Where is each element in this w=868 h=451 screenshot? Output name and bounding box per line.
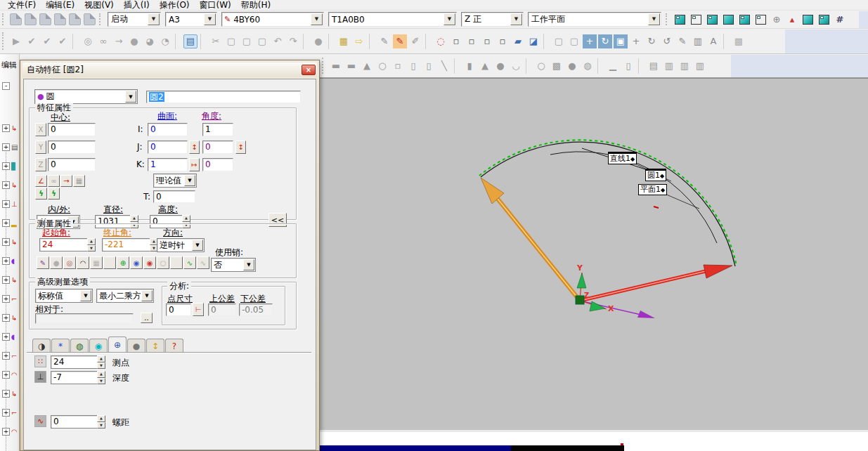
browse-button[interactable]: .. (141, 313, 153, 323)
toolbar-icon[interactable]: ▰ (511, 34, 525, 48)
feature-type-combo[interactable]: ● 圆 ▼ (34, 89, 138, 104)
chevron-down-icon[interactable]: ▼ (204, 13, 216, 25)
toolbar-icon[interactable]: ✔ (40, 34, 54, 48)
close-icon[interactable]: × (302, 65, 316, 75)
feature-name-input[interactable]: 圆2 (146, 91, 301, 103)
toolbar-icon[interactable]: ◔ (158, 34, 172, 48)
point-size-label[interactable]: 点尺寸 (167, 294, 193, 303)
expand-box-icon[interactable]: + (2, 200, 10, 208)
surface-j-input[interactable]: 0 (148, 140, 188, 154)
tree-item[interactable]: + ↳ (2, 388, 19, 398)
spin-up-icon[interactable]: ▲ (97, 371, 105, 378)
measure-tool-button[interactable]: ○ (157, 256, 169, 269)
vector-jump-button[interactable]: ↦ (189, 158, 200, 171)
toolbar-grip[interactable] (99, 13, 103, 26)
toolbar-icon[interactable]: ▫ (449, 34, 463, 48)
spin-down-icon[interactable]: ▼ (97, 362, 105, 370)
dialog-titlebar[interactable]: 自动特征 [圆2] × (22, 63, 317, 77)
tree-item[interactable]: + ⌐ (2, 294, 19, 303)
chevron-down-icon[interactable]: ▼ (125, 91, 136, 103)
toolbar-icon[interactable] (723, 34, 729, 49)
feature-shape-icon[interactable]: ▲ (360, 59, 374, 73)
feature-shape-icon[interactable]: ▲ (478, 59, 492, 73)
view-right-icon[interactable] (739, 15, 750, 25)
start-angle-label[interactable]: 起始角: (42, 228, 70, 237)
tree-item[interactable]: + ↳ (2, 123, 19, 133)
feature-shape-icon[interactable]: ▥ (693, 59, 707, 73)
print-icon[interactable] (84, 13, 96, 25)
toolbar-icon[interactable] (72, 34, 78, 49)
toolbar-icon[interactable]: ⇨ (352, 34, 366, 48)
feature-shape-icon[interactable]: ▫ (391, 59, 405, 73)
toolbar-icon[interactable]: ▢ (255, 34, 269, 48)
lower-tol-input[interactable]: -0.05 (239, 303, 273, 316)
chevron-down-icon[interactable]: ▼ (443, 13, 455, 25)
feature-tool-button[interactable]: ∠ (35, 175, 47, 187)
measure-tool-button[interactable] (103, 256, 116, 269)
num-hits-spinner[interactable]: 24 ▲▼ (51, 355, 105, 369)
measure-tool-button[interactable]: ⊕ (117, 256, 129, 269)
option-tab[interactable]: ↕ (146, 339, 164, 353)
option-tab[interactable]: ● (127, 339, 145, 353)
end-angle-label[interactable]: 终止角: (103, 228, 131, 237)
toolbar-icon[interactable]: ▣ (614, 34, 628, 48)
expand-box-icon[interactable]: + (2, 371, 10, 379)
toolbar-icon[interactable]: ↻ (644, 34, 659, 48)
direction-combo[interactable]: 逆时针 ▼ (157, 238, 205, 252)
surface-k-input[interactable]: 1 (148, 158, 188, 171)
tree-item[interactable]: + ◖ (2, 332, 19, 341)
point-size-input[interactable]: 0 (166, 303, 191, 316)
feature-shape-icon[interactable]: ▯ (621, 59, 635, 73)
spin-up-icon[interactable]: ▲ (97, 415, 105, 422)
option-tab[interactable]: ◉ (89, 339, 108, 353)
toolbar-grip[interactable] (2, 13, 6, 26)
expand-box-icon[interactable]: + (2, 409, 10, 417)
feature-shape-icon[interactable]: ● (565, 59, 579, 73)
feature-shape-icon[interactable]: ○ (534, 59, 548, 73)
feature-shape-icon[interactable]: ▬ (344, 59, 358, 73)
center-z-input[interactable]: 0 (48, 158, 96, 171)
toolbar-icon[interactable]: ✔ (25, 34, 39, 48)
toolbar-icon[interactable]: ↺ (660, 34, 674, 48)
expand-box-icon[interactable]: + (2, 124, 10, 132)
expand-box-icon[interactable]: + (2, 428, 10, 436)
feature-shape-icon[interactable] (638, 58, 644, 74)
view-left-icon[interactable] (723, 15, 734, 25)
y-axis-button[interactable]: Y (35, 140, 46, 154)
toolbar-combobox[interactable]: ✎ T1A0B0 ▼ (328, 12, 457, 27)
toolbar-icon[interactable]: ◪ (526, 34, 540, 48)
toolbar-icon[interactable]: ▫ (480, 34, 494, 48)
chevron-down-icon[interactable]: ▼ (311, 13, 323, 25)
feature-shape-icon[interactable]: ▯ (406, 59, 420, 73)
spin-up-icon[interactable]: ▲ (182, 215, 190, 222)
toolbar-icon[interactable] (328, 34, 334, 49)
toolbar-grip[interactable] (666, 13, 670, 26)
t-value-input[interactable]: 0 (153, 190, 195, 203)
toolbar-icon[interactable]: ▶ (9, 34, 23, 48)
theo-value-combo[interactable]: 理论值 ▼ (153, 174, 197, 188)
menu-item[interactable]: 操作(O) (155, 0, 195, 11)
tree-item[interactable]: + ↳ (2, 237, 19, 247)
chevron-down-icon[interactable]: ▼ (148, 13, 160, 25)
expand-box-icon[interactable]: + (2, 295, 10, 303)
chevron-down-icon[interactable]: ▼ (243, 259, 254, 270)
measure-tool-button[interactable]: ◉ (143, 256, 156, 269)
tree-item[interactable]: + ↳ (2, 275, 19, 285)
expand-box-icon[interactable]: + (2, 143, 10, 151)
toolbar-combobox[interactable]: ✎ 启动 ▼ (108, 12, 161, 27)
toolbar-icon[interactable]: ✂ (209, 34, 223, 48)
lower-tol-label[interactable]: 下公差 (240, 294, 266, 303)
expand-box-icon[interactable]: + (2, 257, 10, 265)
option-tab[interactable]: ◑ (32, 339, 51, 353)
tree-item[interactable]: + ⌐ (2, 351, 19, 360)
toolbar-icon[interactable]: ✎ (377, 34, 391, 48)
expand-box-icon[interactable]: + (2, 219, 10, 227)
new-file-icon[interactable] (10, 13, 22, 25)
toolbar-icon[interactable]: ▫ (495, 34, 510, 48)
toolbar-icon[interactable]: ▦ (337, 34, 351, 48)
expand-box-icon[interactable]: + (2, 181, 10, 189)
chevron-down-icon[interactable]: ▼ (510, 13, 522, 25)
feature-shape-icon[interactable] (597, 58, 603, 74)
surface-label[interactable]: 曲面: (157, 112, 177, 121)
center-label[interactable]: 中心: (51, 113, 70, 122)
